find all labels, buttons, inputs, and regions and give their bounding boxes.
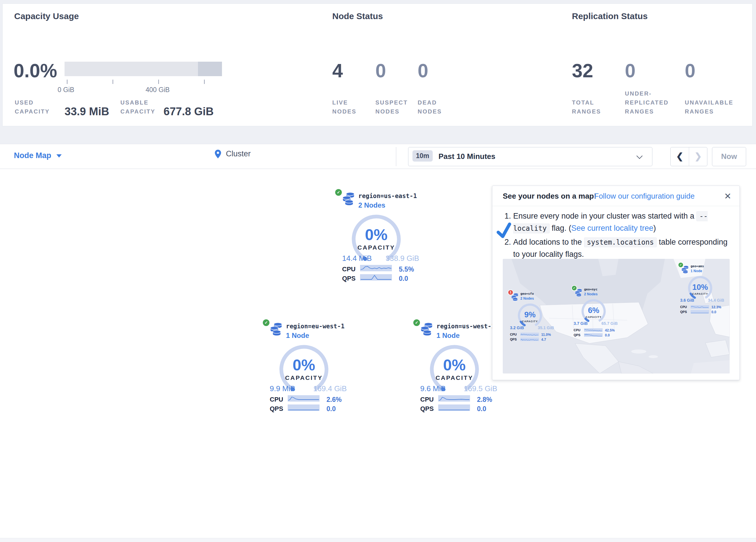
- node-count-link[interactable]: 1 Node: [691, 269, 702, 273]
- node-region-label: region=eu-west-1: [286, 323, 344, 330]
- nodes-world-map: 1 geo=sfo 2 Nodes 9% CAPACITY 3.2 GiB 35…: [503, 259, 730, 374]
- close-icon[interactable]: ✕: [724, 191, 731, 201]
- capacity-usage-bar: 0 GiB 400 GiB: [65, 62, 222, 96]
- dead-nodes-value: 0: [418, 61, 428, 80]
- unavailable-ranges-value: 0: [685, 61, 696, 80]
- qps-sparkline: [691, 310, 709, 314]
- cpu-sparkline: [520, 333, 539, 336]
- cpu-sparkline: [438, 395, 470, 402]
- database-icon: [421, 322, 434, 336]
- qps-label: QPS: [342, 275, 355, 282]
- capacity-percent: 10%: [683, 283, 718, 292]
- qps-row: QPS 0.0: [342, 274, 422, 282]
- capacity-used: 3.2 GiB: [510, 326, 524, 330]
- usable-capacity-label: USABLE CAPACITY: [120, 98, 168, 116]
- popup-steps: Ensure every node in your cluster was st…: [503, 210, 731, 262]
- view-selector-label: Node Map: [14, 151, 51, 160]
- cpu-value: 42.5%: [605, 328, 615, 333]
- cpu-value: 12.3%: [711, 305, 721, 309]
- under-replicated-ranges-value: 0: [625, 61, 636, 80]
- capacity-percent: 0%: [268, 356, 340, 374]
- qps-sparkline: [438, 405, 470, 411]
- database-icon: [682, 265, 689, 274]
- capacity-label: CAPACITY: [683, 293, 718, 295]
- capacity-total: 65.7 GiB: [601, 321, 618, 326]
- under-replicated-ranges-label: UNDER-REPLICATED RANGES: [625, 89, 678, 116]
- map-node-geo-sfo[interactable]: 1 geo=sfo 2 Nodes 9% CAPACITY 3.2 GiB 35…: [508, 290, 555, 343]
- map-node-geo-ams[interactable]: ✓ geo=ams 1 Node 10% CAPACITY 3.6 GiB 34…: [678, 262, 725, 315]
- live-nodes-value: 4: [332, 61, 343, 80]
- node-region-label: geo=nyc: [584, 288, 597, 291]
- node-count-link[interactable]: 2 Nodes: [584, 292, 598, 296]
- capacity-axis-tick-400: 400 GiB: [146, 86, 170, 94]
- usable-capacity-value: 677.8 GiB: [164, 105, 214, 118]
- node-count-link[interactable]: 2 Nodes: [358, 201, 385, 209]
- replication-status-title: Replication Status: [572, 11, 648, 21]
- cpu-sparkline: [584, 328, 603, 332]
- cpu-row: CPU 5.5%: [342, 265, 422, 273]
- total-ranges-label: TOTAL RANGES: [572, 98, 610, 116]
- dead-nodes-label: DEAD NODES: [418, 98, 454, 116]
- cpu-row: CPU 12.3%: [680, 305, 724, 309]
- qps-row: QPS 0.0: [680, 310, 724, 314]
- capacity-bar-other-segment: [198, 62, 222, 76]
- qps-sparkline: [360, 274, 392, 281]
- setup-step-2: Add locations to the system.locations ta…: [513, 236, 731, 260]
- popup-title: See your nodes on a map!: [503, 192, 597, 201]
- cpu-value: 2.6%: [326, 396, 342, 404]
- node-count-link[interactable]: 1 Node: [286, 332, 309, 340]
- map-node-geo-nyc[interactable]: ✓ geo=nyc 2 Nodes 6% CAPACITY 3.7 GiB 65…: [572, 286, 618, 339]
- popup-header: See your nodes on a map! Follow our conf…: [492, 186, 740, 206]
- time-next-button[interactable]: ❯: [689, 147, 707, 166]
- capacity-total: 338.9 GiB: [386, 254, 419, 263]
- chevron-down-icon: [56, 154, 62, 157]
- node-group-us-west-1[interactable]: ✓ region=us-west-1 1 Node 0% CAPACITY 9.…: [413, 318, 500, 415]
- capacity-total: 169.5 GiB: [464, 384, 497, 393]
- capacity-usage-title: Capacity Usage: [14, 11, 79, 21]
- used-capacity-value: 33.9 MiB: [65, 105, 109, 118]
- setup-step-1: Ensure every node in your cluster was st…: [513, 210, 731, 234]
- capacity-used: 9.9 MiB: [270, 384, 295, 393]
- time-nav-arrows: ❮ ❯: [670, 147, 707, 166]
- capacity-percent: 0%: [340, 225, 412, 243]
- suspect-nodes-value: 0: [375, 61, 386, 80]
- cpu-sparkline: [360, 265, 392, 271]
- capacity-label: CAPACITY: [513, 320, 547, 323]
- qps-row: QPS 0.0: [270, 405, 350, 412]
- qps-sparkline: [288, 405, 320, 411]
- used-capacity-label: USED CAPACITY: [15, 98, 58, 116]
- node-count-link[interactable]: 1 Node: [436, 332, 460, 340]
- breadcrumb-cluster: Cluster: [226, 149, 251, 158]
- cpu-value: 2.8%: [477, 396, 492, 404]
- locality-tree-link[interactable]: See current locality tree: [571, 224, 654, 232]
- node-group-eu-west-1[interactable]: ✓ region=eu-west-1 1 Node 0% CAPACITY 9.…: [263, 318, 350, 415]
- capacity-total: 169.4 GiB: [313, 384, 347, 393]
- cockroachdb-admin-overview: Capacity Usage 0.0% 0 GiB 400 GiB USED C…: [0, 0, 756, 542]
- time-now-button[interactable]: Now: [712, 147, 746, 166]
- capacity-axis-tick-0: 0 GiB: [58, 86, 74, 94]
- time-range-label: Past 10 Minutes: [438, 152, 496, 161]
- qps-label: QPS: [420, 405, 434, 413]
- cpu-row: CPU 42.5%: [574, 328, 617, 333]
- time-prev-button[interactable]: ❮: [671, 147, 689, 166]
- database-icon: [270, 322, 283, 336]
- node-count-link[interactable]: 2 Nodes: [520, 297, 534, 301]
- node-group-us-east-1[interactable]: ✓ region=us-east-1 2 Nodes 0% CAPACITY 1…: [335, 188, 422, 285]
- system-locations-code: system.locations: [584, 237, 657, 247]
- node-region-label: geo=ams: [691, 264, 704, 268]
- capacity-used: 9.6 MiB: [420, 384, 446, 393]
- qps-value: 0.0: [326, 405, 336, 413]
- suspect-nodes-label: SUSPECT NODES: [375, 98, 413, 116]
- qps-label: QPS: [270, 405, 283, 413]
- cpu-value: 5.5%: [399, 265, 414, 273]
- view-selector-node-map[interactable]: Node Map: [14, 151, 62, 160]
- breadcrumb[interactable]: Cluster: [215, 149, 251, 164]
- database-icon: [511, 293, 519, 302]
- capacity-used: 14.4 MiB: [342, 254, 372, 263]
- live-nodes-label: LIVE NODES: [332, 98, 368, 116]
- cpu-row: CPU 2.6%: [270, 395, 350, 403]
- configuration-guide-link[interactable]: Follow our configuration guide: [594, 192, 695, 201]
- cpu-sparkline: [691, 305, 709, 309]
- cluster-summary-card: Capacity Usage 0.0% 0 GiB 400 GiB USED C…: [2, 3, 753, 126]
- time-range-selector[interactable]: 10m Past 10 Minutes: [408, 147, 652, 166]
